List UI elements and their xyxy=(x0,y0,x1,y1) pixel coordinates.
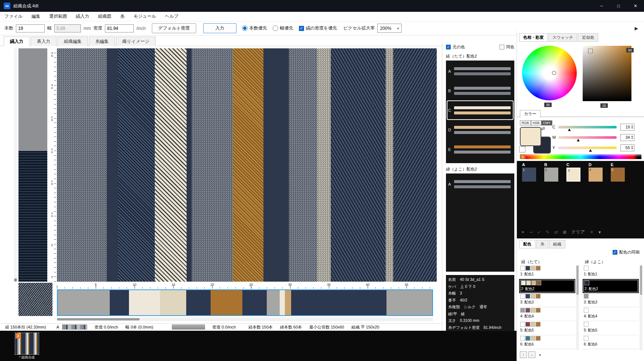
minimize-icon[interactable]: ─ xyxy=(593,0,610,12)
weft-palette-row[interactable]: 6: 配色6 xyxy=(583,335,639,349)
summary-segment[interactable] xyxy=(285,290,291,315)
add-icon[interactable]: ＋ xyxy=(521,229,525,235)
spin-up-icon[interactable] xyxy=(631,146,633,147)
weft-palette-row[interactable]: 3: 配色3 xyxy=(583,293,639,307)
fabric-preview-canvas[interactable] xyxy=(57,48,437,282)
summary-segment[interactable] xyxy=(110,290,129,315)
spinner[interactable] xyxy=(631,135,633,139)
summary-segment[interactable] xyxy=(129,290,160,315)
doc-tab-4[interactable]: 糸編集 xyxy=(89,37,115,46)
radio-width-priority[interactable]: 幅優先 xyxy=(273,25,293,31)
color-chip-A[interactable]: 1 xyxy=(522,168,536,182)
brightness-icon[interactable]: ☀ xyxy=(590,230,594,235)
saturation-value-square[interactable] xyxy=(583,46,631,101)
colorway-row-A[interactable]: A xyxy=(447,61,514,81)
count-input[interactable] xyxy=(16,24,45,32)
horizontal-scrollbar[interactable] xyxy=(57,317,433,321)
colorway-row-D[interactable]: D xyxy=(447,120,514,140)
design-thumbnail[interactable]: 2 xyxy=(15,333,39,355)
hue-wheel[interactable] xyxy=(522,46,577,100)
colorway-row-E[interactable]: E xyxy=(447,140,514,159)
summary-segment[interactable] xyxy=(267,290,280,315)
width-input[interactable] xyxy=(54,24,81,32)
current-color-preview[interactable] xyxy=(520,127,541,146)
mode-cmy-button[interactable]: CMY xyxy=(541,120,552,126)
menu-item-7[interactable]: モジュール xyxy=(133,13,156,20)
slider-marker[interactable] xyxy=(577,139,580,141)
weft-palette-row[interactable]: 5: 配色5 xyxy=(583,321,639,335)
warp-palette-row[interactable]: 4: 配色4 xyxy=(519,307,575,321)
slider-value-box[interactable]: 34 xyxy=(620,134,634,141)
checkbox-stripe-density[interactable]: ✓ 縞の密度を優先 xyxy=(299,25,337,31)
radio-count-priority[interactable]: 本数優先 xyxy=(242,25,267,31)
fabric-stripe[interactable] xyxy=(263,48,289,282)
density-input[interactable] xyxy=(105,24,134,32)
palette-tab-1[interactable]: 配色 xyxy=(519,240,535,248)
checkbox-sync-colorways[interactable]: ✓ 配色の同期 xyxy=(613,250,640,255)
fabric-stripe[interactable] xyxy=(331,48,386,282)
color-chip-B[interactable]: 2 xyxy=(544,168,558,182)
menu-item-1[interactable]: ファイル xyxy=(4,13,23,20)
slider-marker[interactable] xyxy=(568,128,571,131)
menu-item-8[interactable]: ヘルプ xyxy=(165,13,178,20)
slider-value-box[interactable]: 55 xyxy=(620,144,634,151)
summary-segment[interactable] xyxy=(242,290,267,315)
fabric-stripe[interactable] xyxy=(118,48,155,282)
spinner[interactable] xyxy=(631,125,633,129)
weft-palette-row[interactable]: 1: 配色1 xyxy=(583,265,639,279)
warp-palette-row[interactable]: 3: 配色3 xyxy=(519,293,575,307)
menu-item-4[interactable]: 縞入力 xyxy=(76,13,89,20)
color-panel-tab-1[interactable]: 色相・彩度 xyxy=(519,33,548,42)
spinner[interactable] xyxy=(631,146,633,149)
warp-palette-row[interactable]: 2: 配色2 xyxy=(519,279,575,293)
checkbox-original-color[interactable]: ✓ 元の色 xyxy=(446,44,465,50)
warp-list-scrollbar[interactable] xyxy=(576,265,579,350)
fabric-stripe[interactable] xyxy=(386,48,393,282)
fabric-stripe[interactable] xyxy=(57,48,107,282)
fabric-stripe[interactable] xyxy=(289,48,317,282)
edit-icon[interactable]: ✎ xyxy=(546,230,549,235)
palette-tab-2[interactable]: 糸 xyxy=(536,240,548,248)
fabric-stripe[interactable] xyxy=(187,48,192,282)
scrollbar-thumb[interactable] xyxy=(576,265,579,295)
summary-segment[interactable] xyxy=(58,290,110,315)
fabric-stripe[interactable] xyxy=(155,48,186,282)
maximize-icon[interactable]: □ xyxy=(610,0,627,12)
remove-icon[interactable]: − xyxy=(530,230,532,235)
slider-marker[interactable] xyxy=(589,149,592,152)
swap-colors-icon[interactable]: ⇄ xyxy=(541,126,545,131)
apply-icon[interactable]: ✓ xyxy=(537,230,541,235)
summary-segment[interactable] xyxy=(280,290,285,315)
move-down-icon[interactable]: ↓ xyxy=(528,351,535,358)
color-chip-C[interactable]: 3 xyxy=(566,168,580,182)
spin-down-icon[interactable] xyxy=(631,138,633,139)
move-up-icon[interactable]: ↑ xyxy=(520,351,527,358)
spin-up-icon[interactable] xyxy=(631,135,633,137)
checkbox-same-color[interactable]: 同色 xyxy=(500,44,514,50)
menu-item-2[interactable]: 編集 xyxy=(31,13,40,20)
color-chip-E[interactable]: 5 xyxy=(611,168,625,182)
doc-tab-2[interactable]: 表入力 xyxy=(31,37,57,46)
weave-corner-thumbnail[interactable] xyxy=(18,283,52,316)
spin-up-icon[interactable] xyxy=(631,125,633,127)
weft-palette-row[interactable]: 2: 配色2 xyxy=(583,279,639,293)
warp-palette-row[interactable]: 1: 配色1 xyxy=(519,265,575,279)
weft-yarn-bar[interactable] xyxy=(18,48,47,282)
mode-hsb-button[interactable]: HSB xyxy=(531,120,542,126)
colorway-row-B[interactable]: B xyxy=(447,81,514,100)
clear-icon[interactable]: クリア xyxy=(571,229,585,235)
palette-tab-3[interactable]: 組織 xyxy=(549,240,565,248)
slider-track[interactable] xyxy=(558,136,617,139)
mode-rgb-button[interactable]: RGB xyxy=(520,120,531,126)
summary-segment[interactable] xyxy=(386,290,432,315)
warp-palette-row[interactable]: 5: 配色5 xyxy=(519,321,575,335)
reset-color-swatch[interactable] xyxy=(519,146,525,152)
disable-icon[interactable]: ⊘ xyxy=(563,230,566,235)
colorway-row-C[interactable]: C xyxy=(447,100,514,120)
toolbar-next-icon[interactable]: ▶ xyxy=(635,26,638,31)
summary-segment[interactable] xyxy=(211,290,242,315)
spectrum-bar[interactable]: 5 xyxy=(520,154,641,159)
horizontal-scrollbar-thumb[interactable] xyxy=(57,318,140,320)
color-panel-tab-3[interactable]: 近似色 xyxy=(578,33,598,42)
vertical-scrollbar-thumb[interactable] xyxy=(14,278,17,282)
